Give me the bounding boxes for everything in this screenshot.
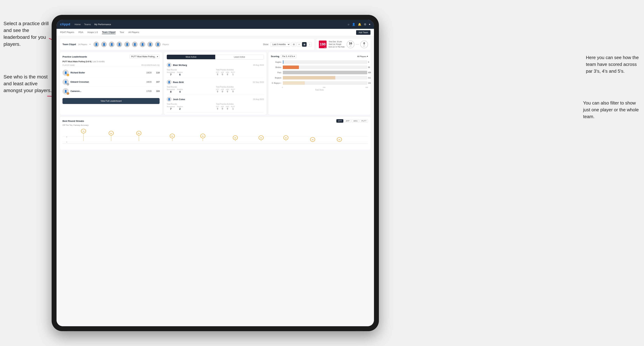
bar-row-dbogeys: D. Bogeys + 131 <box>272 81 367 85</box>
player-header-blair: 👤 Blair McHarg 26 Aug 2023 <box>166 63 264 67</box>
grid-icon[interactable]: ⊞ <box>292 42 296 47</box>
avatar-5: 👤 <box>124 41 130 47</box>
table-row: 👤 3 Cameron... 17/20 103 <box>62 87 160 96</box>
lb-name-3: Cameron... <box>70 90 144 92</box>
nav-logo: clippd <box>60 22 70 26</box>
bar-fill-eagles <box>283 60 284 64</box>
streaks-filter-putt[interactable]: PUTT <box>360 119 368 123</box>
total-rounds-group: Total Rounds Tournament 7 Practice <box>166 69 214 76</box>
streaks-subtitle: Off The Tee, Fairway Accuracy <box>62 124 368 126</box>
lb-score-1: 19/20 <box>146 71 152 74</box>
sub-nav-hcaps[interactable]: Hcaps 1-5 <box>88 31 98 34</box>
sub-nav-pga[interactable]: PGA <box>78 31 83 34</box>
rank-badge-1: 1 <box>67 74 69 76</box>
list-item: 👤 Blair McHarg 26 Aug 2023 Total Rounds <box>166 61 264 78</box>
avatar-6: 👤 <box>132 41 138 47</box>
svg-text:5x: 5x <box>202 135 204 137</box>
nav-link-teams[interactable]: Teams <box>84 23 91 26</box>
main-content: Team Clippd 14 Players ✏ 👤 👤 👤 👤 👤 👤 👤 👤… <box>56 36 374 326</box>
view-full-leaderboard-button[interactable]: View Full Leaderboard <box>62 98 160 104</box>
list-icon[interactable]: ≡ <box>297 42 301 47</box>
total-rounds-label-josh: Total Rounds <box>166 103 214 105</box>
bar-row-pars: Pars 499 <box>272 71 367 74</box>
activity-tabs: Most Active Least Active <box>166 54 264 59</box>
leaderboard-dropdown[interactable]: PUTT Must Make Putting... ▾ <box>130 54 160 59</box>
practice-activities-group-josh: Total Practice Activities OTT 0 APP <box>216 103 264 110</box>
least-active-tab[interactable]: Least Active <box>215 55 264 59</box>
score-circles: 16 yds — 0 yds <box>347 40 368 48</box>
bar-row-eagles: Eagles 3 <box>272 60 367 64</box>
bar-label-pars: Pars <box>272 71 282 74</box>
sub-nav-pgat[interactable]: PGAT Players <box>60 31 74 34</box>
score-circle-1: 16 yds <box>347 40 354 48</box>
add-team-button[interactable]: Add Team <box>356 30 370 35</box>
svg-text:4: 4 <box>66 141 67 143</box>
annotation-top-left: Select a practice drill and see the lead… <box>4 20 52 47</box>
app-josh: APP 0 <box>221 106 224 110</box>
svg-text:4x: 4x <box>285 137 287 139</box>
svg-text:6x: 6x <box>138 132 140 134</box>
leaderboard-subtitle: PUTT Must Make Putting (3-6 ft), Last 3 … <box>62 60 160 63</box>
leaderboard-title: Practice Leaderboards <box>62 55 87 58</box>
search-icon[interactable]: ⌕ <box>348 23 350 26</box>
leaderboard-cols: PLAYER NAME PB SCORE PB AVG SQ <box>62 64 160 67</box>
svg-text:6: 6 <box>66 136 67 138</box>
card-icon[interactable]: ▦ <box>302 42 306 47</box>
show-section: Show: Last 3 months Last 6 months Last y… <box>263 42 312 47</box>
svg-text:3x: 3x <box>312 139 314 141</box>
sub-nav-all-players[interactable]: All Players <box>128 31 139 34</box>
show-select[interactable]: Last 3 months Last 6 months Last year <box>270 42 290 47</box>
sub-nav-team-clippd[interactable]: Team Clippd <box>102 31 116 34</box>
team-title: Team Clippd <box>62 43 76 46</box>
players-label: Players <box>162 43 169 45</box>
nav-icons: ⌕ 👤 🔔 ⚙ ● <box>348 23 370 26</box>
table-row: 👤 2 Edward Crossman 18/20 107 <box>62 77 160 87</box>
bar-chart: Eagles 3 Birdies 96 <box>271 60 368 85</box>
sort-icon[interactable]: ↕ <box>307 42 312 47</box>
rounds-row-josh: Tournament 7 Practice 2 <box>166 106 214 110</box>
svg-text:3x: 3x <box>338 139 340 141</box>
settings-icon[interactable]: ⚙ <box>364 23 366 26</box>
streaks-card: Best Round Streaks OTT APP ARG PUTT Off … <box>60 117 370 150</box>
sub-nav-tour[interactable]: Tour <box>120 31 124 34</box>
nav-link-home[interactable]: Home <box>74 23 81 26</box>
tablet-frame: clippd Home Teams My Performance ⌕ 👤 🔔 ⚙… <box>52 15 379 331</box>
streaks-title: Best Round Streaks <box>62 120 84 122</box>
avatar-2: 👤 <box>101 41 107 47</box>
user-avatar-icon[interactable]: ● <box>369 23 370 26</box>
nav-links: Home Teams My Performance <box>74 23 344 26</box>
most-active-tab[interactable]: Most Active <box>167 55 215 59</box>
activities-row-josh: OTT 0 APP 0 ARG <box>216 106 264 110</box>
lb-name-2: Edward Crossman <box>70 81 144 83</box>
bar-value-eagles: 3 <box>368 61 372 63</box>
chart-footer: Total Shots <box>271 89 368 91</box>
edit-icon[interactable]: ✏ <box>89 43 91 46</box>
activity-card: Most Active Least Active 👤 Blair McHarg … <box>164 52 266 115</box>
lb-avg-2: 107 <box>156 81 160 83</box>
player-header-rees: 👤 Rees Britt 02 Sep 2023 <box>166 80 264 85</box>
annotation-top-right: Here you can see how theteam have scored… <box>586 54 639 75</box>
practice-activities-label: Total Practice Activities <box>216 69 264 71</box>
score-suffix: SQ <box>324 47 326 48</box>
activity-players-list: 👤 Blair McHarg 26 Aug 2023 Total Rounds <box>166 61 264 112</box>
putt-rees: PUTT 0 <box>231 89 235 93</box>
scoring-player-filter[interactable]: All Players ▾ <box>357 55 368 57</box>
avatar-4: 👤 <box>116 41 122 47</box>
bar-container-pars: 499 <box>283 71 367 74</box>
people-icon[interactable]: 👤 <box>352 23 356 26</box>
team-header-card: Team Clippd 14 Players ✏ 👤 👤 👤 👤 👤 👤 👤 👤… <box>60 39 314 50</box>
player-stats-josh: Total Rounds Tournament 7 Practice <box>166 103 264 110</box>
scoring-par-filter[interactable]: Par 3, 4 & 5s ▾ <box>281 54 296 58</box>
scoring-title: Scoring <box>271 55 279 58</box>
practice-stat-rees: Practice 4 <box>177 89 183 93</box>
nav-link-performance[interactable]: My Performance <box>94 23 111 26</box>
streaks-filter-group: OTT APP ARG PUTT <box>336 119 368 123</box>
player-name-rees: Rees Britt <box>173 81 184 84</box>
streaks-filter-app[interactable]: APP <box>344 119 351 123</box>
bell-icon[interactable]: 🔔 <box>358 23 362 26</box>
bar-container-bogeys: 311 <box>283 76 367 79</box>
chevron-down-icon: ▾ <box>157 55 158 58</box>
streaks-filter-arg[interactable]: ARG <box>352 119 359 123</box>
list-item: 👤 Josh Coles 26 Aug 2023 Total Rounds To <box>166 95 264 112</box>
streaks-filter-ott[interactable]: OTT <box>336 119 343 123</box>
